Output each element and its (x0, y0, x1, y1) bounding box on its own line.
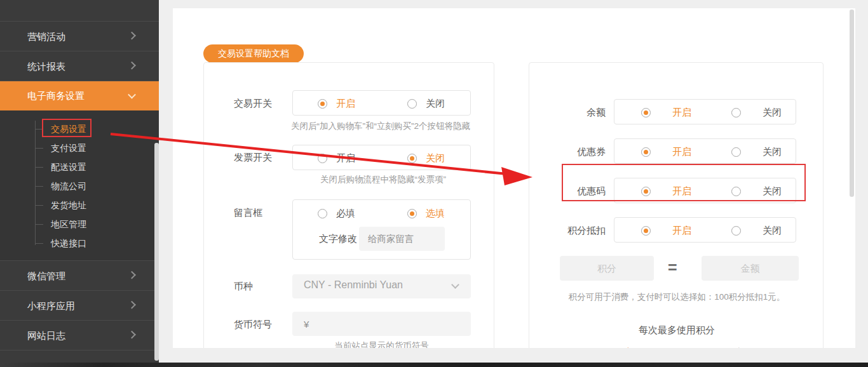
subitem-label: 物流公司 (51, 181, 86, 191)
message-text-input[interactable] (359, 227, 445, 251)
radio-label[interactable]: 关闭 (763, 185, 782, 197)
sidebar-submenu: 交易设置 支付设置 配送设置 物流公司 发货地址 地区管理 快递接口 (0, 110, 159, 261)
sidebar-subitem-shipping-address[interactable]: 发货地址 (0, 196, 159, 215)
radio-unselected-icon[interactable] (731, 108, 741, 117)
radio-label[interactable]: 开启 (336, 98, 355, 110)
radio-group-fixed-value[interactable]: 固定值 (596, 347, 643, 348)
sidebar-item-wechat[interactable]: 微信管理 (0, 261, 159, 291)
sidebar-subitem-trade-settings[interactable]: 交易设置 (0, 119, 159, 138)
radio-group-on[interactable]: 开启 (318, 153, 355, 163)
helper-text-invoice-switch: 关闭后购物流程中将隐藏“发票项” (320, 174, 446, 185)
discount-settings-card: 余额 开启 关闭 优惠券 开启 关闭 优惠码 (529, 62, 824, 348)
radio-selected-icon[interactable] (641, 108, 651, 117)
radio-label[interactable]: 开启 (672, 146, 691, 158)
sidebar-item-ecommerce[interactable]: 电子商务设置 (0, 81, 159, 110)
sidebar-subitem-delivery-settings[interactable]: 配送设置 (0, 157, 159, 177)
radio-selected-icon[interactable] (318, 99, 327, 109)
radio-unselected-icon[interactable] (731, 226, 741, 236)
radio-unselected-icon[interactable] (318, 209, 327, 218)
radio-label[interactable]: 开启 (672, 185, 691, 197)
radio-selected-icon[interactable] (407, 154, 417, 163)
coupon-option-box: 开启 关闭 (614, 138, 796, 164)
radio-label[interactable]: 关闭 (763, 146, 782, 158)
field-label-trade-switch: 交易开关 (234, 98, 272, 110)
invoice-switch-option-box: 开启 关闭 (292, 145, 471, 170)
radio-label[interactable]: 开启 (672, 225, 691, 237)
help-doc-button[interactable]: 交易设置帮助文档 (203, 44, 304, 63)
radio-label[interactable]: 关闭 (426, 152, 445, 164)
radio-unselected-icon[interactable] (715, 348, 725, 349)
subitem-label: 交易设置 (51, 124, 86, 134)
radio-label[interactable]: 选填 (426, 208, 445, 220)
sidebar-item-site-logs[interactable]: 网站日志 (0, 321, 159, 350)
sidebar-item-marketing[interactable]: 营销活动 (0, 22, 159, 51)
radio-selected-icon[interactable] (641, 147, 651, 157)
chevron-right-icon (128, 301, 136, 309)
taskbar-strip (0, 363, 868, 367)
radio-label[interactable]: 比例值 (734, 347, 763, 349)
chevron-right-icon (128, 32, 136, 40)
currency-symbol-input[interactable] (292, 312, 471, 336)
sidebar: 营销活动 统计报表 电子商务设置 交易设置 支付设置 配送设置 物流公司 发货地… (0, 0, 159, 363)
radio-label[interactable]: 关闭 (426, 98, 445, 110)
chevron-right-icon (128, 331, 136, 339)
radio-unselected-icon[interactable] (731, 187, 741, 196)
sidebar-subitem-express-interface[interactable]: 快递接口 (0, 234, 159, 253)
radio-group-required[interactable]: 必填 (318, 208, 355, 218)
points-input[interactable] (560, 256, 654, 281)
sidebar-top-spacer (0, 0, 159, 22)
field-label-balance: 余额 (529, 107, 606, 119)
helper-text-trade-switch: 关闭后“加入购物车”和“立刻购买”2个按钮将隐藏 (291, 121, 470, 132)
main-scrollbar[interactable] (850, 10, 854, 197)
sidebar-item-label: 统计报表 (27, 61, 65, 72)
balance-option-box: 开启 关闭 (614, 99, 796, 124)
sidebar-subitem-logistics-company[interactable]: 物流公司 (0, 177, 159, 196)
radio-label[interactable]: 开启 (672, 107, 691, 119)
field-label-message-box: 留言框 (234, 207, 262, 219)
sidebar-subitem-region-management[interactable]: 地区管理 (0, 215, 159, 234)
radio-group-off[interactable]: 关闭 (731, 107, 782, 117)
sidebar-subitem-payment-settings[interactable]: 支付设置 (0, 138, 159, 157)
radio-group-on[interactable]: 开启 (641, 225, 691, 236)
radio-group-on[interactable]: 开启 (641, 186, 691, 196)
radio-group-off[interactable]: 关闭 (731, 186, 782, 196)
sidebar-item-stats[interactable]: 统计报表 (0, 51, 159, 81)
field-label-promo-code: 优惠码 (529, 185, 606, 197)
radio-label[interactable]: 关闭 (763, 107, 782, 119)
radio-group-on[interactable]: 开启 (318, 98, 355, 109)
radio-selected-icon[interactable] (596, 348, 606, 349)
radio-group-off[interactable]: 关闭 (731, 225, 782, 236)
radio-group-off[interactable]: 关闭 (407, 98, 445, 109)
radio-unselected-icon[interactable] (731, 147, 741, 157)
radio-label[interactable]: 开启 (336, 152, 355, 164)
sidebar-item-label: 网站日志 (27, 330, 65, 341)
chevron-right-icon (128, 271, 136, 279)
radio-label[interactable]: 关闭 (763, 225, 782, 237)
radio-group-on[interactable]: 开启 (641, 147, 691, 157)
subitem-label: 快递接口 (51, 238, 86, 248)
promo-code-option-box: 开启 关闭 (614, 178, 796, 203)
radio-group-ratio-value[interactable]: 比例值 (715, 347, 763, 348)
radio-selected-icon[interactable] (641, 226, 651, 236)
radio-label[interactable]: 固定值 (614, 347, 643, 349)
radio-group-on[interactable]: 开启 (641, 107, 691, 117)
amount-input[interactable] (702, 256, 799, 281)
radio-unselected-icon[interactable] (407, 99, 417, 109)
sidebar-item-label: 小程序应用 (27, 300, 75, 311)
subitem-label: 支付设置 (51, 143, 86, 153)
sidebar-item-label: 营销活动 (27, 31, 65, 42)
equals-sign: = (668, 258, 677, 277)
radio-group-off[interactable]: 关闭 (407, 153, 445, 163)
chevron-down-icon (451, 281, 459, 289)
radio-group-optional[interactable]: 选填 (407, 208, 445, 218)
radio-unselected-icon[interactable] (318, 154, 327, 163)
text-edit-label: 文字修改 (319, 233, 357, 245)
sidebar-item-miniprogram[interactable]: 小程序应用 (0, 291, 159, 321)
currency-select[interactable]: CNY - Renminbi Yuan (292, 274, 471, 298)
sidebar-scrollbar[interactable] (154, 143, 159, 361)
radio-selected-icon[interactable] (641, 187, 651, 196)
trade-settings-card: 交易开关 开启 关闭 关闭后“加入购物车”和“立刻购买”2个按钮将隐藏 发票开关… (203, 62, 494, 348)
radio-selected-icon[interactable] (407, 209, 417, 218)
radio-label[interactable]: 必填 (336, 208, 355, 220)
radio-group-off[interactable]: 关闭 (731, 147, 782, 157)
